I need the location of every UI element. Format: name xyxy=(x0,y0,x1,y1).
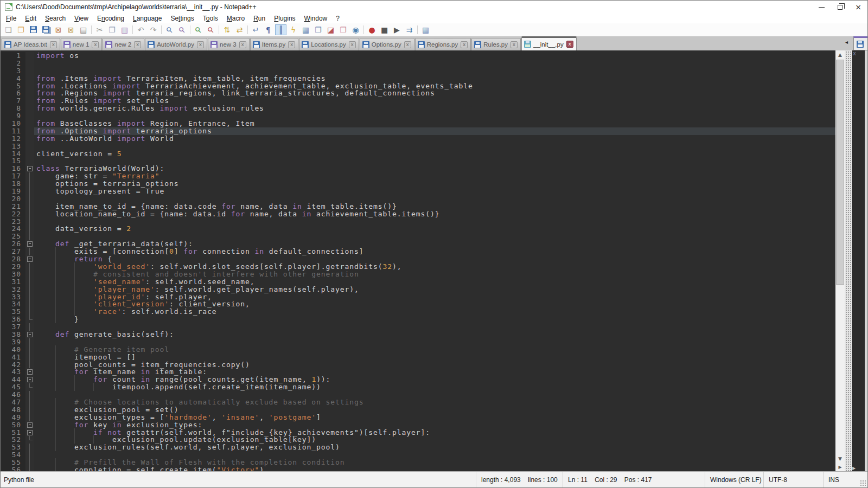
line-number[interactable]: 1 xyxy=(1,52,25,60)
edit-marker-button[interactable]: ◪ xyxy=(325,24,336,35)
code-line[interactable]: 10from BaseClasses import Region, Entran… xyxy=(1,120,835,127)
line-number[interactable]: 13 xyxy=(1,143,25,150)
find-button[interactable]: ⚲ xyxy=(164,24,175,35)
tab-scroll-left-icon[interactable]: ◂ xyxy=(845,39,848,45)
paste-button[interactable]: ▥ xyxy=(119,24,130,35)
code-line[interactable]: 31 'seed_name': self.world.seed_name, xyxy=(1,278,835,286)
line-number[interactable]: 17 xyxy=(1,172,25,180)
line-number[interactable]: 43 xyxy=(1,368,25,376)
secondary-view-close-icon[interactable]: x xyxy=(853,50,856,56)
fold-marker[interactable] xyxy=(25,376,34,383)
record-macro-button[interactable]: ● xyxy=(366,24,378,35)
line-number[interactable]: 9 xyxy=(1,112,25,120)
resize-grip[interactable] xyxy=(860,480,867,487)
zoom-in-button[interactable]: ⚲ xyxy=(193,24,204,35)
menu-help[interactable]: ? xyxy=(331,14,344,23)
scroll-up-icon[interactable]: ▲ xyxy=(835,50,845,60)
code-line[interactable]: 39 xyxy=(1,338,835,346)
line-number[interactable]: 8 xyxy=(1,105,25,112)
menu-language[interactable]: Language xyxy=(129,14,166,23)
code-line[interactable]: 6from .Regions import terraria_regions, … xyxy=(1,89,835,97)
line-number[interactable]: 10 xyxy=(1,120,25,127)
restore-button[interactable] xyxy=(831,1,849,14)
line-number[interactable]: 16 xyxy=(1,165,25,172)
code-line[interactable]: 26 def _get_terraria_data(self): xyxy=(1,240,835,248)
line-number[interactable]: 33 xyxy=(1,293,25,301)
line-number[interactable]: 40 xyxy=(1,346,25,354)
close-button[interactable]: × xyxy=(849,1,867,14)
replace-button[interactable]: ⚲ xyxy=(176,24,188,35)
tab-close-button[interactable]: x xyxy=(510,41,518,48)
code-line[interactable]: 44 for count in range(pool_counts.get(it… xyxy=(1,376,835,383)
code-line[interactable]: 9 xyxy=(1,112,835,120)
undo-button[interactable]: ↶ xyxy=(135,24,146,35)
run-macro-multiple-button[interactable]: ⇉ xyxy=(404,24,415,35)
code-line[interactable]: 54 xyxy=(1,451,835,459)
tab-ap-ideas[interactable]: AP Ideas.txtx xyxy=(2,38,60,50)
tab-close-button[interactable]: x xyxy=(50,41,57,48)
code-editor[interactable]: 1import os234from .Items import Terraria… xyxy=(1,50,835,471)
menu-settings[interactable]: Settings xyxy=(166,14,198,23)
line-number[interactable]: 45 xyxy=(1,383,25,391)
code-line[interactable]: 7from .Rules import set_rules xyxy=(1,97,835,105)
code-line[interactable]: 35 'race': self.world.is_race xyxy=(1,308,835,316)
line-number[interactable]: 36 xyxy=(1,316,25,323)
line-number[interactable]: 47 xyxy=(1,399,25,406)
tab-close-button[interactable]: x xyxy=(92,41,99,48)
code-line[interactable]: 29 'world_seed': self.world.slot_seeds[s… xyxy=(1,263,835,271)
tab-new-3[interactable]: new 3x xyxy=(208,38,250,50)
line-number[interactable]: 49 xyxy=(1,414,25,421)
code-line[interactable]: 17 game: str = "Terraria" xyxy=(1,172,835,180)
close-all-button[interactable]: ⊠ xyxy=(65,24,76,35)
line-number[interactable]: 14 xyxy=(1,150,25,158)
fold-marker[interactable] xyxy=(25,240,34,248)
code-line[interactable]: 37 xyxy=(1,323,835,331)
tab-rules[interactable]: Rules.pyx xyxy=(471,38,521,50)
code-line[interactable]: 40 # Generate item pool xyxy=(1,346,835,354)
code-line[interactable]: 28 return { xyxy=(1,255,835,263)
line-number[interactable]: 29 xyxy=(1,263,25,271)
word-wrap-button[interactable]: ↵ xyxy=(250,24,261,35)
code-line[interactable]: 16class TerrariaWorld(World): xyxy=(1,165,835,172)
status-encoding[interactable]: UTF-8 xyxy=(763,472,823,487)
code-line[interactable]: 24 data_version = 2 xyxy=(1,225,835,233)
code-line[interactable]: 50 for key in exclusion_types: xyxy=(1,421,835,429)
code-line[interactable]: 3 xyxy=(1,67,835,75)
code-line[interactable]: 11from .Options import terraria_options xyxy=(1,127,835,135)
line-number[interactable]: 53 xyxy=(1,444,25,451)
secondary-view-scrollbar[interactable] xyxy=(865,50,867,471)
secondary-view-partial-tab[interactable] xyxy=(853,36,867,50)
tab-close-button[interactable]: x xyxy=(288,41,295,48)
line-number[interactable]: 42 xyxy=(1,361,25,369)
line-number[interactable]: 20 xyxy=(1,195,25,203)
line-number[interactable]: 4 xyxy=(1,75,25,82)
code-line[interactable]: 21 item_name_to_id = {name: data.code fo… xyxy=(1,203,835,210)
code-line[interactable]: 55 # Prefill the Wall of Flesh with the … xyxy=(1,459,835,466)
line-number[interactable]: 48 xyxy=(1,406,25,414)
code-line[interactable]: 8from worlds.generic.Rules import exclus… xyxy=(1,105,835,112)
line-number[interactable]: 50 xyxy=(1,421,25,429)
menu-edit[interactable]: Edit xyxy=(21,14,41,23)
line-number[interactable]: 12 xyxy=(1,135,25,143)
line-number[interactable]: 39 xyxy=(1,338,25,346)
code-line[interactable]: 2 xyxy=(1,60,835,67)
menu-macro[interactable]: Macro xyxy=(222,14,249,23)
sync-vertical-scroll-button[interactable]: ⇅ xyxy=(221,24,233,35)
tab-items[interactable]: Items.pyx xyxy=(250,38,298,50)
save-all-button[interactable] xyxy=(40,24,52,35)
close-button[interactable]: ⊠ xyxy=(53,24,64,35)
view-splitter[interactable] xyxy=(845,50,851,471)
tab-close-button[interactable]: x xyxy=(404,41,411,48)
line-number[interactable]: 24 xyxy=(1,225,25,233)
tab-close-button[interactable]: x xyxy=(239,41,246,48)
show-indent-guide-button[interactable]: ║ xyxy=(275,24,286,35)
menu-plugins[interactable]: Plugins xyxy=(270,14,299,23)
line-number[interactable]: 35 xyxy=(1,308,25,316)
line-number[interactable]: 19 xyxy=(1,188,25,195)
menu-tools[interactable]: Tools xyxy=(199,14,222,23)
status-eol-format[interactable]: Windows (CR LF) xyxy=(705,472,763,487)
code-line[interactable]: 33 'player_id': self.player, xyxy=(1,293,835,301)
fold-marker[interactable] xyxy=(25,165,34,172)
menu-view[interactable]: View xyxy=(70,14,93,23)
secondary-scroll-right-icon[interactable]: ▶ xyxy=(852,466,856,471)
